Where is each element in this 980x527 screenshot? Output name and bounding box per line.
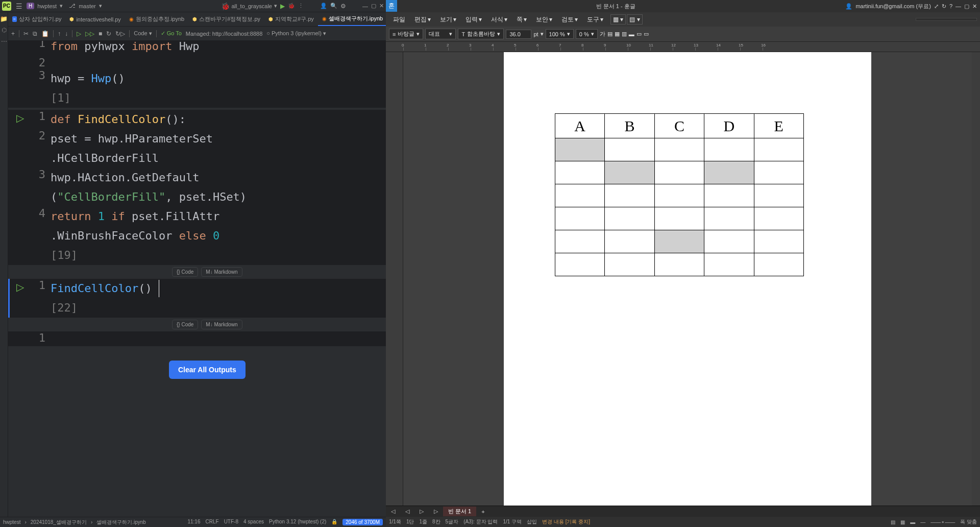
add-code-cell-button[interactable]: {} Code [172, 267, 198, 277]
zoom-selector[interactable]: 100 %▾ [546, 29, 574, 39]
tab-file[interactable]: =상자 삽입하기.py [8, 12, 65, 26]
table-cell[interactable] [704, 138, 754, 161]
move-up-icon[interactable]: ↑ [58, 30, 61, 37]
font-selector[interactable]: T 함초롬바탕▾ [458, 29, 504, 39]
outdent-icon[interactable]: ▭ [644, 31, 649, 37]
zoom-slider[interactable]: ——⚬—— [930, 519, 955, 525]
code-line[interactable]: from pyhwpx import Hwp [51, 41, 406, 56]
code-line[interactable]: hwp.HAction.GetDefault [51, 168, 406, 187]
table-cell[interactable] [654, 161, 704, 184]
table-header-cell[interactable]: A [555, 114, 605, 138]
vertical-scrollbar[interactable] [972, 52, 980, 506]
add-code-cell-button[interactable]: {} Code [172, 320, 198, 329]
restart-icon[interactable]: ↻ [106, 30, 111, 37]
restart-run-icon[interactable]: ↻▷ [115, 30, 125, 37]
cursor-pos[interactable]: 11:16 [187, 519, 200, 525]
table-cell[interactable] [704, 230, 754, 253]
code-line[interactable]: .WinBrushFaceColor else 0 [51, 226, 406, 246]
kernel-selector[interactable]: ○ Python 3 (ipykernel) ▾ [266, 30, 326, 37]
line-ending[interactable]: CRLF [206, 519, 219, 525]
menu-format[interactable]: 서식▾ [487, 14, 511, 25]
menu-view[interactable]: 보기▾ [436, 14, 460, 25]
table-header-cell[interactable]: E [754, 114, 803, 138]
table-cell[interactable] [704, 207, 754, 230]
table-header-cell[interactable]: B [605, 114, 654, 138]
page-indicator[interactable]: 1/1쪽 [389, 518, 401, 525]
table-cell[interactable] [654, 138, 704, 161]
table-cell[interactable] [605, 253, 654, 276]
table-cell[interactable] [605, 230, 654, 253]
collaborators-icon[interactable]: 👤 [320, 3, 327, 9]
document-canvas[interactable]: ABCDE [403, 52, 972, 506]
debug-icon[interactable]: 🐞 [288, 3, 295, 9]
table-cell[interactable] [654, 230, 704, 253]
table-cell[interactable] [654, 184, 704, 207]
view-mode-icon[interactable]: ▬ [910, 519, 915, 525]
table-cell[interactable] [704, 253, 754, 276]
code-line[interactable]: return 1 if pset.FillAttr [51, 207, 406, 226]
tab-file[interactable]: ⬢지역학교#구.py [264, 12, 318, 26]
align-justify-icon[interactable]: ▬ [629, 31, 634, 37]
table-cell[interactable] [754, 138, 803, 161]
view-mode-icon[interactable]: ▦ [900, 519, 905, 525]
code-line[interactable]: FindCellColor() [51, 279, 406, 298]
maximize-icon[interactable]: ▢ [964, 3, 969, 10]
table-cell[interactable] [754, 184, 803, 207]
breadcrumb-seg[interactable]: hwptest [3, 519, 20, 525]
git-branch[interactable]: master [79, 3, 96, 9]
paste-icon[interactable]: 📋 [41, 30, 49, 37]
table-cell[interactable] [605, 184, 654, 207]
tab-nav-prev-icon[interactable]: ◁ [400, 507, 414, 516]
menu-security[interactable]: 보안▾ [532, 14, 556, 25]
project-name[interactable]: hwptest [37, 3, 57, 9]
table-cell[interactable] [555, 253, 605, 276]
clear-all-outputs-button[interactable]: Clear All Outputs [169, 361, 246, 379]
code-line[interactable]: pset = hwp.HParameterSet [51, 129, 406, 149]
breadcrumb-seg[interactable]: 셀배경색구하기.ipynb [96, 519, 146, 526]
stop-icon[interactable]: ■ [99, 30, 102, 37]
tab-file-active[interactable]: ◉셀배경색구하기.ipynb× [318, 12, 395, 26]
notebook-cell[interactable]: ▷1FindCellColor() [22] [8, 279, 406, 318]
gear-icon[interactable]: ⚙ [340, 3, 346, 10]
code-line[interactable] [51, 331, 406, 344]
code-line[interactable] [51, 56, 406, 69]
layout-icon[interactable]: ▦ ▾ [610, 14, 626, 25]
align-right-icon[interactable]: ▥ [622, 31, 627, 37]
menu-review[interactable]: 검토▾ [557, 14, 582, 25]
table-cell[interactable] [754, 161, 803, 184]
table-cell[interactable] [605, 161, 654, 184]
vertical-ruler[interactable] [386, 52, 403, 506]
track-changes[interactable]: 변경 내용 [기록 중지] [542, 518, 590, 525]
menu-tool[interactable]: 도구▾ [583, 14, 607, 25]
menu-file[interactable]: 파일 [389, 14, 409, 25]
align-center-icon[interactable]: ▦ [615, 31, 620, 37]
table-cell[interactable] [555, 207, 605, 230]
notebook-cell[interactable]: 1from pyhwpx import Hwp23hwp = Hwp()[1] [8, 41, 406, 108]
table-cell[interactable] [754, 230, 803, 253]
run-config[interactable]: 🐞 all_to_grayscale ▾ [221, 2, 278, 10]
style-selector[interactable]: ≡ 바탕글▾ [389, 29, 423, 39]
menu-edit[interactable]: 편집▾ [410, 14, 435, 25]
search-icon[interactable]: 🔍 [330, 3, 337, 9]
minimize-icon[interactable]: — [955, 3, 961, 9]
indent[interactable]: 4 spaces [243, 519, 264, 525]
table-header-cell[interactable]: D [704, 114, 754, 138]
add-markdown-cell-button[interactable]: M↓ Markdown [201, 320, 242, 329]
table-cell[interactable] [704, 184, 754, 207]
help-icon[interactable]: ? [949, 3, 952, 9]
table-cell[interactable] [555, 161, 605, 184]
user-email[interactable]: martinii.fun@gmail.com (무료) [855, 3, 930, 10]
more-icon[interactable]: ⋯ [1, 38, 7, 45]
table-cell[interactable] [605, 207, 654, 230]
run-cell-icon[interactable]: ▷ [77, 30, 81, 37]
close-icon[interactable]: ✕ [972, 3, 977, 10]
run-all-icon[interactable]: ▷▷ [85, 30, 94, 37]
table-cell[interactable] [654, 253, 704, 276]
cell-type-selector[interactable]: Code ▾ [134, 30, 152, 37]
menu-page[interactable]: 쪽▾ [512, 14, 531, 25]
horizontal-ruler[interactable]: 012345678910111213141516 [386, 42, 980, 52]
server-selector[interactable]: Managed: http://localhost:8888 [186, 31, 262, 37]
run-cell-button[interactable]: ▷ [16, 281, 24, 298]
code-line[interactable]: .HCellBorderFill [51, 149, 406, 168]
run-icon[interactable]: ▶ [280, 3, 285, 10]
